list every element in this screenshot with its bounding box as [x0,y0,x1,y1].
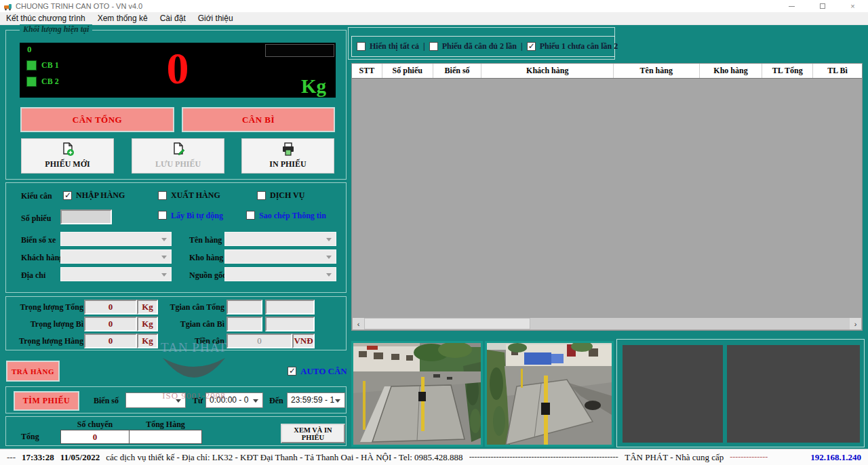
lay-bi-label[interactable]: Lấy Bì tự động [171,211,223,221]
title-bar: CHUONG TRINH CAN OTO - VN v4.0 × [0,0,868,12]
trong-luong-tong-unit: Kg [138,301,157,313]
close-button[interactable]: × [837,0,868,12]
ten-hang-combo[interactable] [224,232,336,246]
scroll-right-arrow[interactable]: › [850,318,861,329]
auto-can-label[interactable]: AUTO CÂN [300,366,347,377]
weight-unit: Kg [301,75,326,98]
pending-2-label[interactable]: Phiếu 1 chưa cân lần 2 [540,41,618,52]
chevron-down-icon [176,399,181,403]
phieu-moi-button[interactable]: PHIẾU MỚI [21,138,114,174]
khach-hang-combo[interactable] [60,249,172,264]
chevron-down-icon [161,256,167,259]
nguon-goc-label: Nguồn gốc [189,270,226,281]
trong-luong-bi-unit-box: Kg [137,317,158,331]
minimize-button[interactable] [776,0,807,12]
col-stt: STT [352,64,382,78]
search-tu-combo[interactable]: 0:00:00 - 0 [205,392,263,408]
sao-chep-label[interactable]: Sao chép Thông tin [259,211,326,221]
tien-can-unit: VNĐ [294,335,313,347]
trong-luong-hang-value: 0 [85,335,136,347]
show-all-checkbox[interactable] [357,42,366,51]
can-bi-button[interactable]: CÂN BÌ [182,108,334,132]
menu-item-statistics[interactable]: Xem thống kê [92,12,154,25]
trong-luong-hang-unit: Kg [138,335,157,347]
ticket-table-body[interactable] [352,79,862,318]
full-2-checkbox[interactable] [429,42,438,51]
col-tl-tong: TL Tổng [762,64,813,78]
in-phieu-label: IN PHIẾU [269,159,306,169]
tong-hang-field [129,430,202,444]
col-so-phieu: Số phiếu [382,64,433,78]
search-group: TÌM PHIẾU Biển số Từ 0:00:00 - 0 Đến 23:… [5,386,347,413]
xem-va-in-phieu-button[interactable]: XEM VÀ IN PHIẾU [281,424,345,443]
dich-vu-label[interactable]: DỊCH VỤ [270,190,304,201]
auto-can-checkbox[interactable] [288,367,296,376]
search-bien-so-label: Biển số [94,396,119,406]
tien-can-value: 0 [228,335,291,347]
search-bien-so-combo[interactable] [125,392,186,408]
tien-can-field: 0 [226,333,292,348]
tim-phieu-button[interactable]: TÌM PHIẾU [14,392,79,410]
show-all-label[interactable]: Hiển thị tất cả [370,41,419,52]
bien-so-xe-label: Biển số xe [21,235,56,245]
pending-2-checkbox[interactable] [527,42,536,51]
full-2-label[interactable]: Phiếu đã cân đủ 2 lần [442,41,517,52]
current-weight-group: Khối lượng hiện tại 0 CB 1 CB 2 0 Kg CÂN… [5,30,347,180]
tra-hang-button[interactable]: TRẢ HÀNG [7,361,59,381]
status-supplier: TÂN PHÁT - Nhà cung cấp [625,452,724,463]
col-khach-hang: Khách hàng [481,64,613,78]
camera-1-image [353,343,481,445]
horizontal-scrollbar[interactable]: ‹ › [353,318,861,329]
scroll-left-arrow[interactable]: ‹ [353,318,364,329]
ticket-table: STT Số phiếu Biển số Khách hàng Tên hàng… [351,63,863,331]
scrollbar-track[interactable] [530,318,850,329]
status-dashes: ----------------------------------------… [469,452,619,462]
nhap-hang-label[interactable]: NHẬP HÀNG [76,190,125,201]
chevron-down-icon [253,399,258,403]
so-phieu-input[interactable] [60,209,112,224]
col-tl-bi: TL Bì [813,64,862,78]
lay-bi-checkbox[interactable] [158,211,167,220]
nguon-goc-combo[interactable] [224,267,336,281]
so-phieu-value [62,211,111,223]
search-den-combo[interactable]: 23:59:59 - 1 [287,392,345,408]
trong-luong-bi-unit: Kg [138,318,157,330]
in-phieu-button[interactable]: IN PHIẾU [241,138,334,174]
menu-item-settings[interactable]: Cài đặt [154,12,192,25]
so-chuyen-header: Số chuyến [60,420,130,430]
dia-chi-label: Địa chỉ [21,270,45,281]
maximize-button[interactable] [807,0,837,12]
chevron-down-icon [326,256,332,259]
xuat-hang-checkbox[interactable] [158,191,167,200]
status-dashes-2: -------------- [730,452,804,462]
menu-item-about[interactable]: Giới thiệu [192,12,239,25]
tgian-tong-date-field [265,300,315,315]
can-tong-button[interactable]: CÂN TỔNG [21,108,174,132]
menu-bar: Kết thúc chương trình Xem thống kê Cài đ… [0,12,868,25]
nhap-hang-checkbox[interactable] [63,191,72,200]
col-bien-so: Biển số [433,64,482,78]
totals-group: Số chuyến Tổng Hàng Tổng 0 XEM VÀ IN PHI… [5,416,347,446]
status-prefix: --- [7,452,16,463]
kho-hang-combo[interactable] [224,249,336,264]
ticket-table-header: STT Số phiếu Biển số Khách hàng Tên hàng… [352,64,862,79]
dia-chi-combo[interactable] [60,267,172,281]
tien-can-label: Tiền cân [158,336,224,346]
scrollbar-thumb[interactable] [364,318,530,329]
bien-so-xe-combo[interactable] [60,232,172,246]
kieu-can-label: Kiểu cân [21,191,52,201]
col-ten-hang: Tên hàng [614,64,700,78]
maximize-icon [820,3,825,9]
camera-4-feed [727,345,860,443]
weights-group: Trọng lượng Tổng 0 Kg Tgian cân Tổng Trọ… [5,296,347,350]
ten-hang-label: Tên hàng [189,235,222,245]
camera-1-feed [351,341,483,447]
chevron-down-icon [161,238,167,241]
luu-phieu-button[interactable]: LƯU PHIẾU [132,138,224,174]
sao-chep-checkbox[interactable] [246,211,255,220]
phieu-moi-label: PHIẾU MỚI [45,159,90,169]
xuat-hang-label[interactable]: XUẤT HÀNG [171,190,220,201]
menu-item-exit[interactable]: Kết thúc chương trình [0,12,92,25]
ticket-form-group: Kiểu cân NHẬP HÀNG XUẤT HÀNG DỊCH VỤ Số … [5,182,347,293]
dich-vu-checkbox[interactable] [257,191,266,200]
